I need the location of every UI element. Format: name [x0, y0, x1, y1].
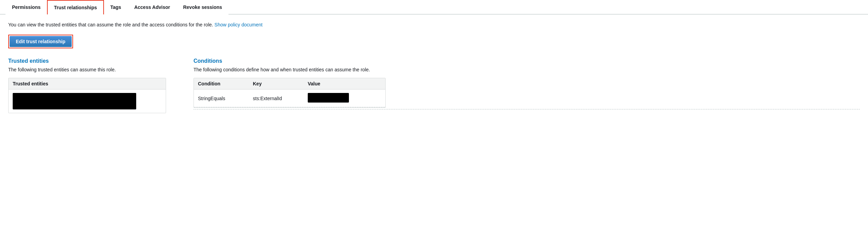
trusted-entities-table-header: Trusted entities [9, 78, 166, 90]
conditions-title: Conditions [193, 58, 860, 64]
conditions-table-row: StringEquals sts:ExternalId [194, 90, 385, 107]
conditions-table: Condition Key Value StringEquals sts:Ext… [193, 78, 386, 108]
trusted-entities-redacted-value [13, 93, 136, 109]
tab-bar: PermissionsTrust relationshipsTagsAccess… [0, 0, 868, 14]
trusted-entities-table-body [9, 90, 166, 113]
conditions-table-bottom-line [193, 109, 860, 109]
tab-permissions[interactable]: Permissions [5, 0, 47, 14]
value-redacted [308, 93, 349, 103]
value-cell [308, 93, 363, 104]
trusted-entities-desc: The following trusted entities can assum… [8, 67, 166, 72]
edit-trust-relationship-button-wrapper: Edit trust relationship [8, 35, 73, 48]
conditions-table-header-row: Condition Key Value [194, 78, 385, 90]
edit-trust-relationship-button[interactable]: Edit trust relationship [10, 36, 72, 47]
conditions-section: Conditions The following conditions defi… [193, 58, 860, 109]
trusted-entities-table: Trusted entities [8, 78, 166, 113]
condition-cell: StringEquals [198, 96, 253, 101]
tab-access-advisor[interactable]: Access Advisor [128, 0, 177, 14]
info-text: You can view the trusted entities that c… [8, 21, 860, 28]
trusted-entities-title: Trusted entities [8, 58, 166, 64]
tab-trust-relationships[interactable]: Trust relationships [47, 0, 104, 14]
value-col-header: Value [308, 81, 363, 86]
two-column-layout: Trusted entities The following trusted e… [8, 58, 860, 113]
trusted-entities-section: Trusted entities The following trusted e… [8, 58, 166, 113]
key-col-header: Key [253, 81, 308, 86]
show-policy-link[interactable]: Show policy document [214, 22, 262, 27]
tab-tags[interactable]: Tags [104, 0, 128, 14]
tab-revoke-sessions[interactable]: Revoke sessions [177, 0, 229, 14]
info-text-content: You can view the trusted entities that c… [8, 22, 213, 27]
condition-col-header: Condition [198, 81, 253, 86]
key-cell: sts:ExternalId [253, 96, 308, 101]
conditions-desc: The following conditions define how and … [193, 67, 860, 72]
